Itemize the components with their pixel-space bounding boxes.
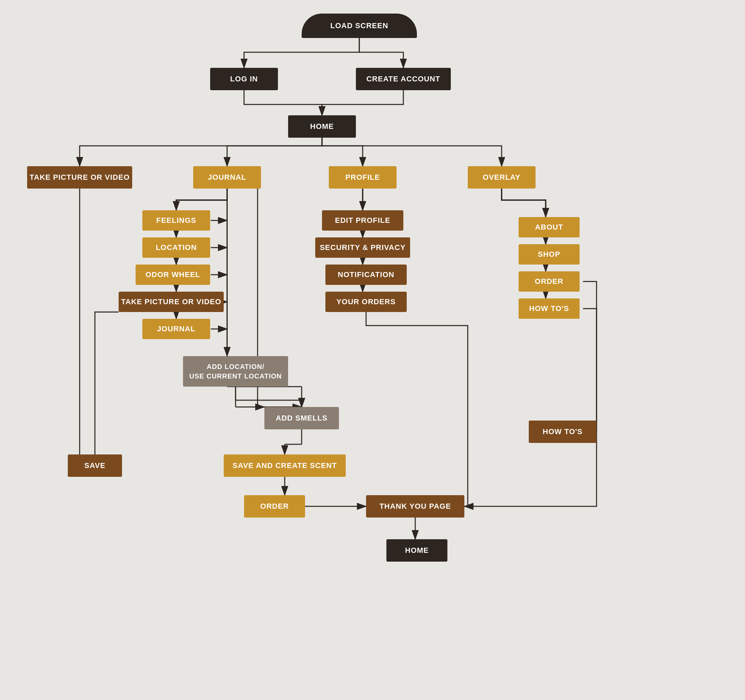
- notification-node: NOTIFICATION: [325, 265, 407, 285]
- save-and-create-node: SAVE AND CREATE SCENT: [224, 454, 346, 477]
- log-in-node: LOG IN: [210, 68, 278, 90]
- how-tos-bottom-node: HOW TO'S: [529, 421, 597, 443]
- order-overlay-node: ORDER: [519, 271, 580, 292]
- flowchart: LOAD SCREEN LOG IN CREATE ACCOUNT HOME T…: [0, 0, 745, 700]
- overlay-node: OVERLAY: [468, 166, 536, 189]
- add-smells-node: ADD SMELLS: [264, 407, 339, 429]
- journal-top-node: JOURNAL: [193, 166, 261, 189]
- home-node: HOME: [288, 115, 356, 138]
- thank-you-node: THANK YOU PAGE: [366, 495, 464, 517]
- load-screen-node: LOAD SCREEN: [302, 13, 417, 38]
- add-location-node: ADD LOCATION/ USE CURRENT LOCATION: [183, 356, 288, 387]
- order-bottom-node: ORDER: [244, 495, 305, 517]
- your-orders-node: YOUR ORDERS: [325, 292, 407, 312]
- edit-profile-node: EDIT PROFILE: [322, 210, 403, 231]
- feelings-node: FEELINGS: [142, 210, 210, 231]
- about-node: ABOUT: [519, 217, 580, 237]
- take-picture-mid-node: TAKE PICTURE OR VIDEO: [119, 292, 224, 312]
- security-privacy-node: SECURITY & PRIVACY: [315, 237, 410, 258]
- home-bottom-node: HOME: [386, 539, 447, 562]
- create-account-node: CREATE ACCOUNT: [356, 68, 451, 90]
- odor-wheel-node: ODOR WHEEL: [136, 265, 210, 285]
- journal-mid-node: JOURNAL: [142, 319, 210, 339]
- take-picture-top-node: TAKE PICTURE OR VIDEO: [27, 166, 132, 189]
- shop-node: SHOP: [519, 244, 580, 265]
- save-node: SAVE: [68, 454, 122, 477]
- how-tos-top-node: HOW TO'S: [519, 298, 580, 319]
- profile-node: PROFILE: [329, 166, 396, 189]
- location-node: LOCATION: [142, 237, 210, 258]
- connector-lines: [0, 0, 745, 700]
